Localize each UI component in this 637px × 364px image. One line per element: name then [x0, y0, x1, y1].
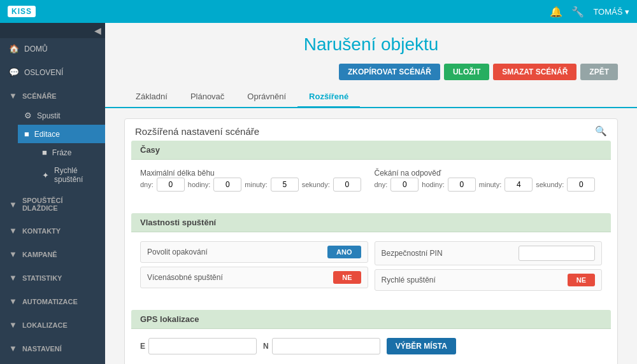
main-content-wrap: Narušení objektu ZKOPÍROVAT SCÉNÁŘ ULOŽI… [105, 23, 637, 364]
sidebar-item-scenare[interactable]: ▼ SCÉNÁŘE [0, 85, 105, 106]
home-icon: 🏠 [9, 44, 19, 53]
rozs-settings-title-row: Rozšířená nastavení scénáře 🔍 [125, 119, 617, 141]
max-run-seconds-input[interactable] [333, 178, 361, 192]
sidebar-item-lokalizace[interactable]: ▼ LOKALIZACE [0, 314, 105, 335]
sidebar-item-nastaveni[interactable]: ▼ NASTAVENÍ [0, 338, 105, 359]
sidebar-item-automatizace[interactable]: ▼ AUTOMATIZACE [0, 291, 105, 312]
max-run-days-input[interactable] [157, 178, 185, 192]
gear-icon: ⚙ [24, 111, 32, 120]
launch-props-header: Vlastnosti spuštění [131, 213, 611, 232]
gps-subsection: GPS lokalizace E N VÝBĚR MÍSTA [131, 310, 611, 363]
page-header: Narušení objektu [105, 23, 637, 61]
times-subsection: Časy Maximální délka běhu dny: hodiny: [131, 141, 611, 207]
launch-props-subsection: Vlastnosti spuštění Povolit opakování AN… [131, 213, 611, 304]
max-run-label: Maximální délka běhu [140, 169, 368, 178]
content-area: Narušení objektu ZKOPÍROVAT SCÉNÁŘ ULOŽI… [105, 23, 637, 364]
copy-scenario-button[interactable]: ZKOPÍROVAT SCÉNÁŘ [339, 64, 440, 80]
launch-props-grid: Povolit opakování ANO Vícenásobné spuště… [140, 241, 602, 295]
max-run-hours-input[interactable] [213, 178, 241, 192]
tab-zakladni[interactable]: Základní [124, 87, 179, 108]
chevron-down-icon8: ▼ [9, 344, 17, 353]
max-run-hours-label: hodiny: [188, 181, 210, 188]
allow-repeat-row: Povolit opakování ANO [140, 241, 368, 263]
gps-n-input[interactable] [272, 338, 380, 354]
main-layout: ◀ 🏠 DOMŮ 💬 OSLOVENÍ ▼ SCÉNÁŘE ⚙ Spustit … [0, 23, 637, 364]
max-run-seconds-label: sekundy: [302, 181, 330, 188]
sidebar-item-spustit[interactable]: ⚙ Spustit [18, 106, 105, 125]
user-label[interactable]: TOMÁŠ ▾ [593, 7, 629, 17]
allow-repeat-label: Povolit opakování [147, 248, 208, 256]
back-button[interactable]: ZPĚT [580, 64, 618, 80]
wait-response-label: Čekání na odpověď [375, 169, 603, 178]
logo: KISS [8, 6, 36, 17]
wait-response-group: Čekání na odpověď dny: hodiny: minuty: s… [375, 169, 603, 192]
launch-props-right: Bezpečnostní PIN Rychlé spuštění NE [375, 241, 603, 295]
wait-minutes-input[interactable] [505, 178, 533, 192]
wait-response-time-group: dny: hodiny: minuty: sekundy: [375, 178, 603, 192]
sidebar-sub-editace: ■ Fráze ✦ Rychlé spuštění [18, 143, 105, 188]
security-pin-label: Bezpečnostní PIN [382, 249, 443, 258]
wait-hours-label: hodiny: [422, 181, 444, 188]
wrench-icon[interactable]: 🔧 [571, 6, 584, 18]
gps-body: E N VÝBĚR MÍSTA [131, 329, 611, 363]
sidebar-item-editace[interactable]: ■ Editace [18, 125, 105, 143]
chevron-down-icon: ▼ [9, 91, 17, 101]
wait-seconds-input[interactable] [567, 178, 595, 192]
times-body: Maximální délka běhu dny: hodiny: minuty… [131, 160, 611, 207]
multi-launch-row: Vícenásobné spuštění NE [140, 267, 368, 288]
sidebar-collapse-btn[interactable]: ◀ [0, 23, 105, 38]
sidebar-item-svolavac[interactable]: 🔗 SVOLAVAC.CZ [0, 361, 105, 364]
sidebar-item-kontakty[interactable]: ▼ KONTAKTY [0, 220, 105, 241]
tab-rozsirene[interactable]: Rozšířené [297, 87, 360, 108]
max-run-minutes-label: minuty: [245, 181, 267, 188]
chevron-down-icon6: ▼ [9, 297, 17, 306]
sidebar-item-statistiky[interactable]: ▼ STATISTIKY [0, 267, 105, 288]
sidebar-item-domu[interactable]: 🏠 DOMŮ [0, 38, 105, 59]
dot-icon: ■ [42, 148, 47, 157]
tab-opravneni[interactable]: Oprávnění [236, 87, 297, 108]
chevron-down-icon5: ▼ [9, 273, 17, 283]
search-icon[interactable]: 🔍 [595, 125, 607, 137]
gps-header: GPS lokalizace [131, 310, 611, 329]
security-pin-input[interactable] [519, 246, 595, 261]
topbar-right: 🔔 🔧 TOMÁŠ ▾ [550, 6, 629, 18]
quick-launch-toggle[interactable]: NE [568, 274, 595, 286]
sidebar: ◀ 🏠 DOMŮ 💬 OSLOVENÍ ▼ SCÉNÁŘE ⚙ Spustit … [0, 23, 105, 364]
max-run-minutes-input[interactable] [271, 178, 299, 192]
square-icon: ■ [24, 129, 29, 139]
save-button[interactable]: ULOŽIT [444, 64, 489, 80]
chevron-down-icon2: ▼ [9, 200, 17, 209]
max-run-time-group: dny: hodiny: minuty: sekundy: [140, 178, 368, 192]
page-title: Narušení objektu [118, 34, 624, 55]
sidebar-item-osloveni[interactable]: 💬 OSLOVENÍ [0, 62, 105, 83]
wait-minutes-label: minuty: [479, 181, 501, 188]
tab-planovac[interactable]: Plánovač [179, 87, 236, 108]
sidebar-item-kampane[interactable]: ▼ KAMPANĚ [0, 244, 105, 265]
rozs-settings-section: Rozšířená nastavení scénáře 🔍 Časy Maxim… [124, 118, 618, 364]
wait-hours-input[interactable] [448, 178, 476, 192]
quick-launch-row: Rychlé spuštění NE [375, 269, 603, 291]
action-bar: ZKOPÍROVAT SCÉNÁŘ ULOŽIT SMAZAT SCÉNÁŘ Z… [105, 61, 637, 87]
chevron-down-icon4: ▼ [9, 249, 17, 259]
wait-seconds-label: sekundy: [536, 181, 564, 188]
bell-icon[interactable]: 🔔 [550, 6, 562, 18]
topbar: KISS 🔔 🔧 TOMÁŠ ▾ [0, 0, 637, 23]
gps-e-prefix: E [140, 342, 145, 351]
sidebar-item-spousteci-dlazdice[interactable]: ▼ SPOUŠTĚCÍ DLAŽDICE [0, 191, 105, 218]
multi-launch-toggle[interactable]: NE [333, 271, 361, 284]
wait-days-input[interactable] [390, 178, 419, 192]
allow-repeat-toggle[interactable]: ANO [327, 246, 361, 258]
sidebar-sub-scenare: ⚙ Spustit ■ Editace ■ Fráze ✦ Rychlé spu… [0, 106, 105, 188]
chat-icon: 💬 [9, 67, 19, 77]
gps-e-input[interactable] [148, 338, 257, 354]
chevron-down-icon7: ▼ [9, 320, 17, 330]
delete-scenario-button[interactable]: SMAZAT SCÉNÁŘ [493, 64, 576, 80]
gps-row: E N VÝBĚR MÍSTA [140, 338, 602, 354]
launch-props-body: Povolit opakování ANO Vícenásobné spuště… [131, 232, 611, 304]
sidebar-item-rychle-spusteni[interactable]: ✦ Rychlé spuštění [36, 162, 105, 188]
security-pin-row: Bezpečnostní PIN [375, 241, 603, 265]
sidebar-item-fraze[interactable]: ■ Fráze [36, 143, 105, 162]
select-place-button[interactable]: VÝBĚR MÍSTA [387, 338, 456, 354]
max-run-group: Maximální délka běhu dny: hodiny: minuty… [140, 169, 368, 192]
launch-props-left: Povolit opakování ANO Vícenásobné spuště… [140, 241, 368, 295]
